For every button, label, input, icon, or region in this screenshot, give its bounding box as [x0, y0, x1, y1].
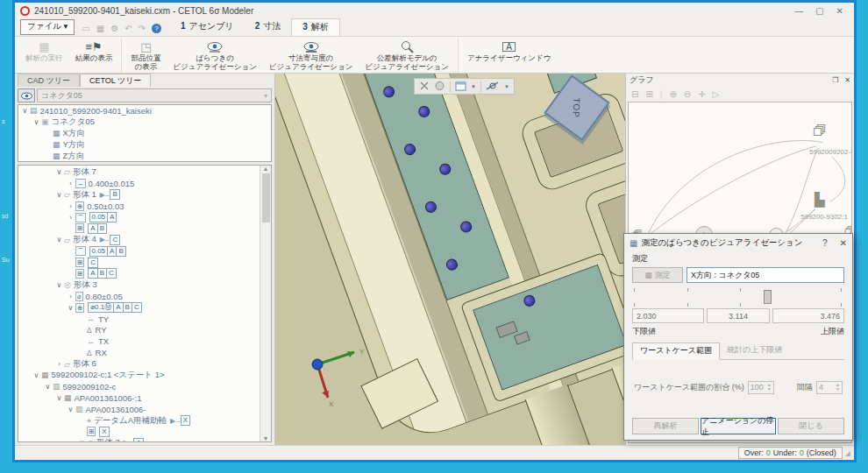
tree-item[interactable]: ∨◎形体 3 [18, 279, 260, 291]
tree-item[interactable]: ∨▱形体 7 [18, 166, 260, 178]
dialog-title-bar[interactable]: ▦ 測定のばらつきのビジュアライゼーション ? ✕ [624, 234, 852, 251]
expander-icon[interactable]: ∨ [54, 394, 64, 402]
tab-analysis[interactable]: 3解析 [291, 18, 340, 36]
zoom-out-icon[interactable]: ⊖ [684, 89, 691, 99]
visibility-eye-button[interactable] [18, 88, 35, 102]
slider-handle[interactable] [764, 290, 772, 304]
tree-item[interactable]: ∨▥5992009102-c [18, 381, 260, 392]
part-node-icon[interactable]: ▙ [815, 192, 825, 207]
tab-worst-case-range[interactable]: ワーストケース範囲 [632, 342, 720, 360]
file-menu-button[interactable]: ファイル ▾ [20, 19, 75, 35]
tree-item[interactable]: ⊞X [18, 426, 260, 437]
expander-icon[interactable]: ∨ [43, 383, 53, 391]
tree-item[interactable]: ▦X方向 [18, 128, 271, 139]
tab-dimensions[interactable]: 2寸法 [245, 18, 292, 36]
measure-tool-icon[interactable] [486, 79, 500, 95]
contribution-visualization-button[interactable]: 寸法寄与度のビジュアライゼーション [263, 38, 359, 72]
part-position-button[interactable]: ◳ 部品位置の表示 [125, 38, 167, 72]
help-icon[interactable]: ? [152, 24, 161, 33]
expander-icon[interactable]: › [66, 214, 75, 222]
upper-limit-value[interactable]: 3.476 [772, 308, 844, 323]
chevron-down-icon[interactable]: ▼ [504, 84, 509, 89]
open-icon[interactable]: ▭ [82, 24, 89, 33]
expander-icon[interactable]: › [66, 293, 75, 300]
measurement-field[interactable]: X方向 : コネクタ05 [687, 267, 844, 283]
expander-icon[interactable]: ∨ [77, 439, 87, 441]
stop-animation-button[interactable]: アニメーションの停止 [701, 418, 776, 434]
tree-item[interactable]: ⊞AB [18, 222, 260, 234]
tree-item[interactable]: ⌒0.05AB [18, 245, 260, 257]
scroll-up-icon[interactable]: ▲ [263, 166, 269, 172]
tab-cad-tree[interactable]: CAD ツリー [18, 74, 80, 87]
tab-assembly[interactable]: 1アセンブリ [170, 18, 245, 36]
expander-icon[interactable]: › [66, 202, 75, 210]
expander-icon[interactable]: › [54, 360, 64, 368]
tree-item[interactable]: ∆RY [18, 324, 260, 335]
tree-item[interactable]: ∨⊕⌀0.1ⓂABC [18, 302, 260, 314]
graph-node-label[interactable]: 5992009202-0-;1 [809, 148, 852, 156]
tree-item[interactable]: ∨▤241010_599200-9401_kaiseki [18, 105, 271, 116]
tree-item[interactable]: ▦Z方向 [18, 151, 271, 162]
expander-icon[interactable]: ∨ [32, 118, 41, 126]
zoom-in-icon[interactable]: ⊕ [669, 89, 676, 99]
tree-item[interactable]: ∨▱形体 4▶–C [18, 234, 260, 245]
expander-icon[interactable]: ∨ [66, 406, 75, 413]
tree-item[interactable]: ›⊕0.50±0.03 [18, 201, 260, 212]
save-icon[interactable]: ▦ [96, 24, 104, 33]
title-bar[interactable]: 241010_599200-9401_kaiseki.cxm - CETOL 6… [15, 3, 854, 19]
undo-icon[interactable]: ↶ [125, 24, 132, 33]
scroll-down-icon[interactable]: ▼ [263, 435, 269, 441]
tree-item[interactable]: ∆RX [18, 347, 260, 358]
tree-item[interactable]: ∨▥APA001361006- [18, 404, 260, 415]
expander-icon[interactable]: ∨ [54, 281, 64, 289]
orbit-icon[interactable] [434, 79, 445, 95]
play-icon[interactable]: ▷ [713, 89, 720, 99]
run-analysis-button[interactable]: ▦ 解析の実行 [19, 38, 69, 72]
minimize-button[interactable]: — [794, 6, 803, 16]
tree-item[interactable]: ⊞C [18, 257, 260, 268]
chevron-down-icon[interactable]: ▼ [471, 84, 476, 89]
collapse-tree-icon[interactable]: ⊞ [645, 89, 652, 99]
tree-item[interactable]: ∨▣コネクタ05 [18, 116, 271, 128]
window-select-icon[interactable] [455, 79, 466, 95]
tree-item[interactable]: ›⌀0.80±0.05 [18, 291, 260, 302]
3d-viewport[interactable]: ▼ ▼ TOP Y X [275, 74, 625, 445]
expander-icon[interactable]: ∨ [66, 304, 75, 312]
tree-item[interactable]: ∨▱形体 1▶–B [18, 189, 260, 201]
tree-item[interactable]: ↔TY [18, 314, 260, 325]
tree-scrollbar[interactable]: ▲ ▼ [260, 166, 271, 441]
scroll-thumb[interactable] [262, 173, 270, 222]
close-panel-icon[interactable]: ✕ [844, 76, 850, 84]
tolerance-model-visualization-button[interactable]: 公差解析モデルのビジュアライゼーション [359, 38, 455, 72]
variation-visualization-button[interactable]: ばらつきのビジュアライゼーション [167, 38, 263, 72]
tree-item[interactable]: ∨▦APA001361006-;1 [18, 392, 260, 404]
dialog-close-button[interactable]: ✕ [840, 238, 847, 248]
close-button[interactable]: ✕ [836, 6, 843, 16]
tree-item[interactable]: ∨▦5992009102-c;1 <ステート 1> [18, 370, 260, 381]
maximize-button[interactable]: ▢ [815, 6, 823, 16]
show-results-button[interactable]: ≡⚑ 結果の表示 [69, 38, 119, 72]
part-node-icon[interactable]: 🗇 [813, 124, 827, 138]
variation-visualization-dialog[interactable]: ▦ 測定のばらつきのビジュアライゼーション ? ✕ 測定 ▦測定 X方向 : コ… [623, 233, 853, 441]
tree-item[interactable]: ▦Y方向 [18, 139, 271, 151]
fit-view-icon[interactable]: ✛ [698, 89, 705, 99]
tree-item[interactable]: ⊞ABC [18, 268, 260, 279]
expander-icon[interactable]: › [66, 180, 75, 187]
expander-icon[interactable]: ∨ [32, 371, 41, 379]
analyzer-window-button[interactable]: A アナライザーウィンドウ [461, 38, 558, 72]
tree-item[interactable]: ⌖データムA用補助軸▶–X [18, 415, 260, 427]
current-value[interactable]: 3.114 [707, 308, 770, 323]
float-panel-icon[interactable]: ❐ [832, 76, 838, 84]
tab-cetol-tree[interactable]: CETOL ツリー [80, 74, 151, 87]
tab-statistical-limits[interactable]: 統計の上下限値 [720, 342, 789, 359]
close-dialog-button[interactable]: 閉じる [778, 418, 844, 434]
pan-zoom-icon[interactable] [419, 79, 430, 95]
tree-item[interactable]: ↔TX [18, 335, 260, 347]
measure-button[interactable]: ▦測定 [632, 267, 683, 283]
expand-tree-icon[interactable]: ⊟ [631, 89, 638, 99]
interval-spinner[interactable]: 4▲▼ [816, 381, 843, 394]
reanalyze-button[interactable]: 再解析 [632, 418, 699, 434]
tree-item[interactable]: ›↔0.400±0.015 [18, 178, 260, 189]
measurement-filter-combobox[interactable]: コネクタ05▾ [37, 88, 272, 102]
expander-icon[interactable]: ∨ [20, 107, 30, 115]
